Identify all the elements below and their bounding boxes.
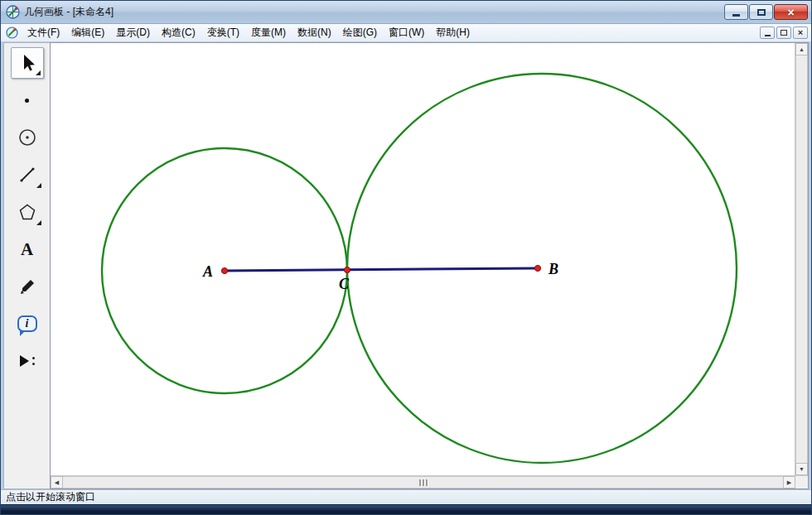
scroll-grip (419, 479, 428, 486)
scrollbar-corner (795, 476, 808, 489)
menu-file[interactable]: 文件(F) (22, 23, 65, 42)
app-icon (6, 5, 20, 19)
tool-palette: A i (3, 42, 50, 489)
text-tool-icon: A (21, 239, 33, 260)
segment-tool[interactable] (11, 159, 44, 190)
point-label-B: B (548, 261, 558, 277)
menu-window[interactable]: 窗口(W) (383, 23, 430, 42)
segment-AB[interactable] (225, 268, 538, 271)
point-label-A: A (202, 263, 213, 280)
vertical-scrollbar[interactable]: ▲ ▼ (795, 43, 808, 475)
menu-graph[interactable]: 绘图(G) (337, 23, 383, 42)
scroll-left-button[interactable]: ◀ (51, 476, 63, 489)
statusbar: 点击以开始滚动窗口 (1, 489, 811, 504)
minimize-icon (732, 14, 740, 17)
mdi-restore-button[interactable] (776, 26, 791, 39)
scroll-up-button[interactable]: ▲ (795, 43, 808, 55)
text-tool[interactable]: A (11, 233, 44, 265)
marker-tool[interactable] (11, 271, 44, 302)
window-bottom-frame (1, 504, 811, 514)
information-tool-icon: i (17, 315, 37, 332)
menu-help[interactable]: 帮助(H) (430, 23, 476, 42)
menu-data[interactable]: 数据(N) (292, 23, 337, 42)
maximize-button[interactable] (749, 4, 773, 20)
point-A[interactable] (221, 267, 227, 273)
scroll-down-button[interactable]: ▼ (795, 463, 808, 475)
menu-measure[interactable]: 度量(M) (245, 23, 292, 42)
custom-tool-icon (20, 355, 35, 367)
mdi-close-button[interactable]: × (793, 26, 808, 39)
close-button[interactable]: × (774, 4, 808, 20)
document-icon (6, 26, 18, 39)
segment-tool-icon (17, 165, 37, 185)
point-label-C: C (339, 276, 350, 292)
point-tool[interactable] (11, 84, 44, 116)
polygon-tool-icon (17, 202, 37, 222)
selection-arrow-tool[interactable] (11, 47, 44, 79)
polygon-tool[interactable] (11, 196, 44, 228)
sketch-area: ACB ▲ ▼ ◀ ▶ (50, 42, 809, 489)
scroll-right-button[interactable]: ▶ (783, 476, 795, 489)
menu-transform[interactable]: 变换(T) (201, 23, 245, 42)
horizontal-scroll-thumb[interactable] (63, 476, 783, 489)
point-tool-icon (25, 99, 29, 103)
mdi-restore-icon (781, 30, 787, 36)
point-C[interactable] (344, 267, 350, 272)
maximize-icon (757, 9, 766, 16)
sketch-canvas[interactable]: ACB (51, 43, 795, 475)
mdi-minimize-icon (765, 35, 771, 36)
information-tool[interactable]: i (11, 308, 44, 339)
titlebar[interactable]: 几何画板 - [未命名4] × (1, 1, 811, 24)
marker-tool-icon (17, 277, 37, 296)
geometry-svg: ACB (51, 43, 795, 475)
menu-display[interactable]: 显示(D) (110, 23, 156, 42)
point-B[interactable] (534, 265, 540, 271)
custom-tool[interactable] (11, 345, 44, 377)
circle-tool-icon (17, 128, 37, 147)
vertical-scroll-thumb[interactable] (795, 55, 808, 463)
status-text: 点击以开始滚动窗口 (6, 490, 95, 504)
app-window: 几何画板 - [未命名4] × 文件(F) 编辑(E) 显示(D) 构造(C) … (0, 0, 812, 515)
minimize-button[interactable] (724, 4, 748, 20)
menu-construct[interactable]: 构造(C) (156, 23, 201, 42)
menu-edit[interactable]: 编辑(E) (65, 23, 110, 42)
menubar: 文件(F) 编辑(E) 显示(D) 构造(C) 变换(T) 度量(M) 数据(N… (1, 24, 811, 42)
mdi-close-icon: × (798, 28, 803, 37)
circle-tool[interactable] (11, 122, 44, 153)
selection-arrow-icon (17, 53, 37, 73)
close-icon: × (787, 7, 794, 18)
window-title: 几何画板 - [未命名4] (24, 5, 724, 19)
horizontal-scrollbar[interactable]: ◀ ▶ (51, 476, 795, 489)
mdi-minimize-button[interactable] (760, 26, 775, 39)
